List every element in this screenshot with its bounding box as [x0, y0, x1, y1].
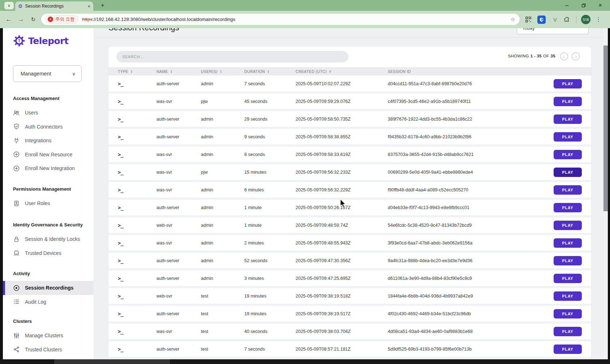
table-header: TYPE▲▼NAME▲▼USER(S)▲▼DURATION▲▼CREATED (… [108, 67, 591, 75]
section-title-identity-governance-security: Identity Governance & Security [13, 221, 94, 229]
play-button[interactable]: PLAY [554, 238, 582, 248]
cell-type: >_ [118, 293, 156, 299]
url-bar[interactable]: × 주의 요함 https://192.168.42.128:3080/web/… [41, 14, 520, 25]
cell-duration: 19 minutes [244, 311, 296, 316]
tab-search-button[interactable]: ∨ [4, 2, 14, 9]
forward-button[interactable]: → [15, 11, 27, 28]
teleport-logo[interactable]: T Teleport [13, 35, 69, 47]
play-button[interactable]: PLAY [554, 309, 582, 318]
terminal-icon: >_ [118, 222, 123, 228]
sort-icon[interactable]: ▲▼ [170, 70, 173, 73]
bookmark-star-icon[interactable]: ☆ [511, 16, 515, 23]
browser-menu-icon[interactable]: ⋮ [595, 15, 602, 24]
sort-icon[interactable]: ▲▼ [130, 70, 133, 73]
cell-users: test [201, 347, 244, 352]
cell-name: was-svr [156, 99, 201, 104]
teleport-favicon-icon: ⚙ [18, 4, 23, 9]
sidebar-item-user-roles[interactable]: User Roles [3, 196, 94, 211]
column-header[interactable]: USER(S)▲▼ [201, 69, 244, 74]
qr-extension-icon[interactable] [524, 15, 533, 24]
play-button[interactable]: PLAY [554, 327, 582, 336]
column-header[interactable]: SESSION ID [388, 69, 554, 74]
v-extension-icon[interactable]: V [551, 15, 559, 24]
cell-type: >_ [118, 116, 156, 122]
terminal-icon: >_ [118, 116, 123, 122]
next-page-button[interactable]: → [572, 52, 580, 60]
screen-edge-left [0, 28, 3, 364]
sidebar-item-enroll-new-resource[interactable]: Enroll New Resource [3, 148, 94, 162]
extensions-puzzle-icon[interactable] [562, 15, 571, 24]
date-filter-dropdown[interactable]: Today [517, 28, 589, 34]
sidebar-item-integrations[interactable]: Integrations [3, 134, 94, 148]
page-scrollbar[interactable] [603, 28, 608, 359]
terminal-icon: >_ [118, 99, 123, 104]
table-row: >_ was-svr test 40 seconds 2025-05-09T09… [108, 324, 591, 339]
sidebar-item-manage-clusters[interactable]: Manage Clusters [3, 329, 94, 343]
table-row: >_ auth-server admin 3 minutes 2025-05-0… [108, 270, 591, 286]
section-title-clusters: Clusters [13, 318, 94, 325]
workspace-selector[interactable]: Management ∨ [13, 65, 82, 82]
results-count: SHOWING1 - 35OF35 [508, 54, 555, 58]
column-header[interactable]: NAME▲▼ [156, 69, 201, 74]
reload-button[interactable]: ↻ [27, 11, 39, 28]
cell-created: 2025-05-09T09:58:38.855Z [296, 134, 388, 139]
play-button[interactable]: PLAY [554, 291, 582, 301]
window-minimize-button[interactable]: – [561, 1, 573, 10]
recordings-card: SHOWING1 - 35OF35 ← → TYPE▲▼NAME▲▼USER(S… [108, 47, 591, 359]
cell-users: admin [201, 223, 244, 228]
cell-users: admin [201, 276, 244, 281]
cell-users: test [201, 311, 244, 316]
play-button[interactable]: PLAY [554, 97, 582, 106]
cell-created: 2025-05-09T09:48:55.943Z [296, 240, 388, 246]
window-close-button[interactable]: × [594, 1, 606, 10]
sidebar-item-users[interactable]: Users [3, 106, 94, 120]
sidebar-item-session-recordings[interactable]: Session Recordings [3, 281, 94, 295]
cell-created: 2025-05-09T09:38:03.704Z [296, 329, 388, 334]
profile-avatar[interactable]: 장원 [581, 15, 590, 24]
back-button[interactable]: ← [3, 11, 14, 28]
column-header[interactable]: TYPE▲▼ [118, 69, 156, 74]
play-button[interactable]: PLAY [554, 185, 582, 195]
play-button[interactable]: PLAY [554, 132, 582, 142]
bitwarden-extension-icon[interactable] [537, 15, 546, 24]
terminal-icon: >_ [118, 205, 123, 211]
new-tab-button[interactable]: + [98, 1, 107, 10]
sidebar-item-trusted-devices[interactable]: Trusted Devices [3, 246, 94, 260]
play-button[interactable]: PLAY [554, 221, 582, 230]
play-button[interactable]: PLAY [554, 150, 582, 159]
play-button[interactable]: PLAY [554, 79, 582, 88]
column-header[interactable]: CREATED (UTC)∨ [296, 69, 388, 74]
table-row: >_ was-svr admin 2 minutes 2025-05-09T09… [108, 235, 591, 251]
window-restore-button[interactable] [577, 1, 590, 10]
play-button[interactable]: PLAY [554, 344, 582, 354]
play-button[interactable]: PLAY [554, 114, 582, 124]
scrollbar-thumb[interactable] [603, 46, 608, 211]
browser-tab[interactable]: ⚙ Session Recordings × [15, 1, 93, 11]
shield-check-icon [13, 123, 20, 130]
cell-created: 2025-05-09T09:47:25.695Z [296, 276, 388, 281]
cell-session-id: f9435b32-8178-4c60-a9bb-21023b9b2f86 [388, 134, 554, 139]
play-button[interactable]: PLAY [554, 274, 582, 283]
play-button[interactable]: PLAY [554, 168, 582, 177]
table-row: >_ auth-server admin 29 seconds 2025-05-… [108, 111, 591, 127]
users-icon [13, 109, 20, 116]
search-input[interactable] [116, 51, 348, 62]
sidebar-item-audit-log[interactable]: Audit Log [3, 295, 94, 309]
url-scheme: https [82, 17, 92, 22]
plus-circle-icon [13, 165, 20, 172]
prev-page-button[interactable]: ← [560, 52, 568, 60]
column-header[interactable]: DURATION▲▼ [244, 69, 296, 74]
sidebar-item-trusted-clusters[interactable]: Trusted Clusters [3, 343, 94, 357]
table-row: >_ was-svr pjw 15 minutes 2025-05-09T09:… [108, 164, 591, 180]
security-warning-badge[interactable]: × 주의 요함 [46, 15, 78, 23]
sort-desc-icon[interactable]: ∨ [329, 69, 332, 73]
play-button[interactable]: PLAY [554, 203, 582, 212]
tab-close-icon[interactable]: × [87, 4, 90, 9]
play-button[interactable]: PLAY [554, 256, 582, 265]
sidebar-item-enroll-new-integration[interactable]: Enroll New Integration [3, 161, 94, 176]
sidebar-item-session-identity-locks[interactable]: Session & Identity Locks [3, 232, 94, 246]
sidebar-item-auth-connectors[interactable]: Auth Connectors [3, 120, 94, 134]
cell-duration: 40 seconds [244, 329, 296, 334]
sort-icon[interactable]: ▲▼ [220, 70, 222, 73]
sort-icon[interactable]: ▲▼ [267, 70, 270, 73]
